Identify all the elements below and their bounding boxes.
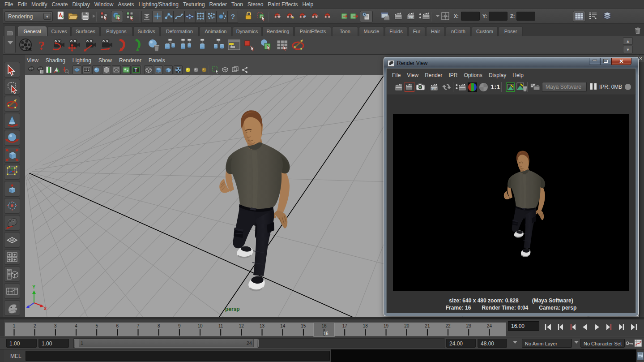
svg-text:persp: persp	[225, 306, 240, 312]
svg-text:23: 23	[466, 323, 472, 328]
svg-text:14: 14	[280, 323, 286, 328]
svg-text:4: 4	[75, 323, 77, 328]
svg-text:16: 16	[321, 323, 327, 328]
svg-text:10: 10	[197, 323, 203, 328]
svg-text:8: 8	[158, 323, 160, 328]
svg-text:22: 22	[446, 323, 451, 328]
svg-text:3: 3	[54, 323, 57, 328]
svg-text:?: ?	[38, 39, 45, 52]
svg-text:21: 21	[425, 323, 430, 328]
svg-text:12: 12	[239, 323, 244, 328]
svg-text:Y: Y	[32, 284, 36, 289]
svg-text:1: 1	[13, 323, 16, 328]
svg-text:7: 7	[137, 323, 140, 328]
svg-text:6: 6	[116, 323, 119, 328]
svg-text:17: 17	[342, 323, 348, 328]
svg-text:IPR: IPR	[432, 87, 436, 90]
svg-text:11: 11	[218, 323, 223, 328]
svg-text:16: 16	[323, 331, 328, 336]
svg-text:x: x	[44, 306, 47, 311]
svg-text:13: 13	[260, 323, 265, 328]
svg-text:2: 2	[34, 323, 36, 328]
svg-text:19: 19	[384, 323, 389, 328]
svg-text:20: 20	[404, 323, 409, 328]
svg-text:?: ?	[231, 13, 235, 20]
svg-text:18: 18	[363, 323, 368, 328]
svg-text:T: T	[135, 68, 137, 73]
svg-text:5: 5	[95, 323, 98, 328]
svg-text:IPR: IPR	[409, 16, 414, 19]
svg-text:9: 9	[178, 323, 181, 328]
svg-text:24: 24	[487, 323, 492, 328]
svg-text:15: 15	[301, 323, 306, 328]
